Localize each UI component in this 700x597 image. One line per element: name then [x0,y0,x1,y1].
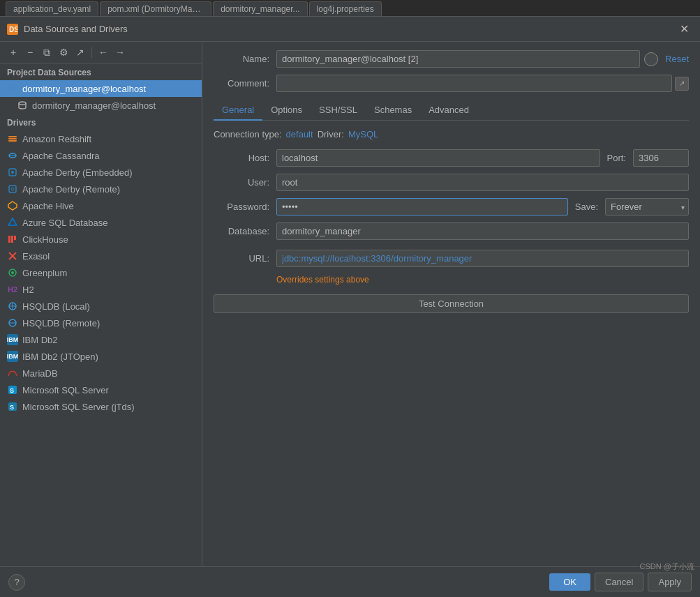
duplicate-button[interactable]: ⧉ [39,45,54,60]
project-item-2-label: dormitory_manager@localhost [32,100,156,111]
forward-button[interactable]: → [112,45,128,60]
expand-comment-button[interactable]: ↗ [675,77,689,91]
driver-item-mssql-jtds[interactable]: S Microsoft SQL Server (jTds) [0,398,202,415]
save-select[interactable]: Forever Until restart Never [605,198,689,216]
redshift-icon [7,133,18,144]
database-label: Database: [214,226,276,236]
driver-item-exasol[interactable]: Exasol [0,248,202,264]
driver-item-greenplum[interactable]: Greenplum [0,264,202,281]
comment-input[interactable] [276,75,672,92]
project-item-2[interactable]: dormitory_manager@localhost [0,97,202,114]
tab-general[interactable]: General [214,100,262,121]
tab-options[interactable]: Options [262,100,311,121]
mssql-jtds-icon: S [7,401,18,412]
driver-label-azure: Azure SQL Database [22,218,107,228]
host-label: Host: [214,153,276,163]
svg-point-21 [11,271,14,274]
driver-item-derby-rem[interactable]: Apache Derby (Remote) [0,181,202,197]
driver-item-mariadb[interactable]: MariaDB [0,365,202,381]
editor-tabs: application_dev.yaml pom.xml (DormitoryM… [0,0,700,17]
add-button[interactable]: + [6,45,21,60]
bottom-bar: ? OK Cancel Apply [0,566,700,597]
reset-link[interactable]: Reset [665,54,689,64]
export-button[interactable]: ↗ [73,45,88,60]
url-input[interactable] [276,250,689,267]
help-button[interactable]: ? [8,574,25,591]
driver-link[interactable]: MySQL [348,129,378,139]
ibm-db2-icon: IBM [7,334,18,345]
driver-label-mssql-jtds: Microsoft SQL Server (jTds) [22,402,135,412]
left-toolbar: + − ⧉ ⚙ ↗ ← → [0,42,202,63]
user-label: User: [214,177,276,188]
driver-item-cassandra[interactable]: Apache Cassandra [0,147,202,164]
back-button[interactable]: ← [96,45,111,60]
connection-type-link[interactable]: default [286,129,313,139]
mssql-icon: S [7,384,18,395]
driver-label-derby-rem: Apache Derby (Remote) [22,184,120,195]
name-circle-button[interactable] [644,52,658,66]
host-input[interactable] [276,149,600,167]
driver-item-derby-emb[interactable]: Apache Derby (Embedded) [0,164,202,181]
driver-item-redshift[interactable]: Amazon Redshift [0,130,202,147]
apply-button[interactable]: Apply [648,573,692,591]
editor-tab-4[interactable]: log4j.properties [309,1,382,16]
cancel-button[interactable]: Cancel [595,573,643,591]
svg-marker-13 [8,202,17,210]
dialog-title: Data Sources and Drivers [24,24,670,34]
port-input[interactable] [633,149,689,167]
driver-item-ibm-db2[interactable]: IBM IBM Db2 [0,331,202,348]
drivers-section-label: Drivers [0,114,202,130]
tab-ssh-ssl[interactable]: SSH/SSL [311,100,366,121]
main-content: + − ⧉ ⚙ ↗ ← → Project Data Sources [0,42,700,566]
driver-item-h2[interactable]: H2 H2 [0,281,202,298]
database-input[interactable] [276,222,689,240]
user-row: User: [214,174,689,191]
hive-icon [7,200,18,211]
url-note-wrapper: Overrides settings above [214,274,689,285]
settings-button[interactable]: ⚙ [56,45,71,60]
svg-point-12 [11,188,14,190]
driver-label-redshift: Amazon Redshift [22,134,91,144]
password-input[interactable] [276,198,568,216]
greenplum-icon [7,267,18,278]
tabs-bar: General Options SSH/SSL Schemas Advanced [214,100,689,121]
hsqldb-remote-icon [7,317,18,328]
name-input[interactable] [276,50,640,68]
driver-label-greenplum: Greenplum [22,268,67,278]
driver-item-azure[interactable]: Azure SQL Database [0,214,202,231]
ok-button[interactable]: OK [549,573,590,591]
editor-tab-2[interactable]: pom.xml (DormitoryManagerApi) [100,1,211,16]
driver-item-clickhouse[interactable]: ClickHouse [0,231,202,248]
remove-button[interactable]: − [22,45,38,60]
url-row: URL: [214,250,689,267]
title-bar: DS Data Sources and Drivers ✕ [0,17,700,42]
driver-item-mssql[interactable]: S Microsoft SQL Server [0,381,202,398]
driver-item-hsqldb-local[interactable]: HSQLDB (Local) [0,298,202,315]
project-item-1[interactable]: dormitory_manager@localhost [0,80,202,97]
password-save-row: Password: Save: Forever Until restart Ne… [214,198,689,216]
close-button[interactable]: ✕ [676,21,693,37]
url-label: URL: [214,253,276,264]
user-input[interactable] [276,174,689,191]
editor-tab-1[interactable]: application_dev.yaml [6,1,98,16]
svg-rect-17 [14,236,16,240]
driver-item-ibm-jtopen[interactable]: IBM IBM Db2 (JTOpen) [0,348,202,365]
driver-label-hive: Apache Hive [22,201,74,211]
hsqldb-local-icon [7,301,18,312]
driver-item-hsqldb-remote[interactable]: HSQLDB (Remote) [0,315,202,331]
svg-text:S: S [10,404,14,411]
tab-advanced[interactable]: Advanced [420,100,477,121]
driver-item-hive[interactable]: Apache Hive [0,197,202,214]
mariadb-icon [7,368,18,379]
editor-tab-3[interactable]: dormitory_manager... [213,1,307,16]
test-connection-button[interactable]: Test Connection [214,294,689,313]
svg-point-3 [19,102,26,105]
save-select-wrapper: Forever Until restart Never ▾ [605,198,689,216]
name-label: Name: [214,54,276,64]
svg-rect-6 [8,140,17,142]
project-section-label: Project Data Sources [0,63,202,80]
tab-schemas[interactable]: Schemas [366,100,420,121]
driver-label-cassandra: Apache Cassandra [22,151,100,161]
ibm-jtopen-icon: IBM [7,351,18,362]
driver-label-exasol: Exasol [22,251,50,262]
